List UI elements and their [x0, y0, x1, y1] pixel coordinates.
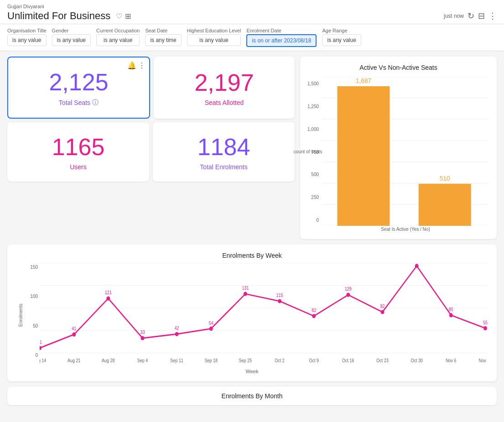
dot-13	[483, 326, 487, 330]
top-bar: Gujjari Divyarani Unlimited For Business…	[0, 0, 504, 24]
more-options-icon[interactable]: ⋮	[488, 11, 497, 21]
svg-text:Nov 13: Nov 13	[479, 358, 488, 364]
line-chart-card: Enrolments By Week Enrolments 0 50 100 1…	[7, 245, 497, 381]
filter-seat-date-chip[interactable]: is any time	[145, 34, 181, 46]
total-seats-value: 2,125	[49, 68, 108, 96]
dot-3	[140, 336, 144, 340]
filter-highest-education: Highest Education Level is any value	[187, 28, 241, 46]
y-axis-500: 500	[311, 172, 319, 177]
bookmark-icon[interactable]: ⊞	[125, 12, 131, 21]
svg-text:55: 55	[483, 320, 488, 325]
dot-2	[106, 297, 110, 301]
filter-seat-date: Seat Date is any time	[145, 28, 181, 46]
dot-0	[40, 346, 42, 350]
filter-gender-label: Gender	[52, 28, 91, 33]
y-tick-50: 50	[33, 323, 38, 328]
y-axis-250: 250	[311, 195, 319, 200]
bar-no-label: 510	[440, 175, 450, 182]
total-seats-card: 🔔 ⋮ 2,125 Total Seats ⓘ	[7, 57, 150, 119]
bar-chart-svg: 1,687 510 Yes No	[322, 77, 489, 226]
filter-enrolment-date-chip[interactable]: is on or after 2023/08/18	[246, 34, 317, 47]
filter-age-range-chip[interactable]: is any value	[322, 34, 361, 46]
filter-highest-education-chip[interactable]: is any value	[187, 34, 241, 46]
svg-text:42: 42	[175, 326, 179, 331]
info-icon[interactable]: ⓘ	[92, 99, 99, 107]
total-enrolments-card: 1184 Total Enrolments	[153, 122, 295, 182]
filter-highest-education-label: Highest Education Level	[187, 28, 241, 33]
svg-text:Sep 18: Sep 18	[204, 358, 218, 364]
filter-organisation-title-chip[interactable]: is any value	[7, 34, 47, 46]
bar-no[interactable]	[419, 184, 471, 226]
filter-age-range-label: Age Range	[322, 28, 361, 33]
seats-allotted-card: 2,197 Seats Allotted	[154, 57, 295, 119]
bar-yes[interactable]	[338, 86, 390, 226]
line-chart-svg: 11 41 121 33 42 54 131 115 82 129 92 193…	[40, 263, 488, 368]
users-value: 1165	[52, 133, 105, 161]
filter-organisation-title: Organisation Title is any value	[7, 28, 47, 46]
bottom-chart-title: Enrolments By Month	[15, 392, 489, 400]
svg-text:Aug 21: Aug 21	[68, 358, 81, 364]
metrics-top: 🔔 ⋮ 2,125 Total Seats ⓘ 2,197 Seats Allo…	[7, 57, 295, 119]
users-label: Users	[70, 163, 87, 171]
y-tick-150: 150	[30, 265, 38, 270]
y-axis-1250: 1,250	[307, 104, 319, 109]
total-seats-label: Total Seats ⓘ	[59, 99, 99, 107]
svg-text:82: 82	[312, 308, 316, 313]
svg-text:193: 193	[413, 263, 420, 264]
line-chart-x-label: Week	[16, 369, 488, 374]
card-more-icon[interactable]: ⋮	[138, 61, 145, 70]
svg-text:Oct 16: Oct 16	[342, 358, 354, 364]
metrics-bottom: 1165 Users 1184 Total Enrolments	[7, 122, 295, 182]
metrics-left: 🔔 ⋮ 2,125 Total Seats ⓘ 2,197 Seats Allo…	[7, 57, 295, 239]
dot-6	[244, 292, 247, 296]
y-axis-1000: 1,000	[307, 127, 319, 132]
svg-text:Oct 2: Oct 2	[275, 358, 285, 364]
bell-icon[interactable]: 🔔	[127, 61, 136, 70]
bar-chart-card: Active Vs Non-Active Seats 0 250 500 750…	[300, 57, 497, 239]
filter-organisation-title-label: Organisation Title	[7, 28, 47, 33]
svg-text:54: 54	[209, 320, 214, 326]
refresh-icon[interactable]: ↻	[468, 11, 474, 21]
filter-gender: Gender is any value	[52, 28, 91, 46]
filter-gender-chip[interactable]: is any value	[52, 34, 91, 46]
filter-enrolment-date-label: Enrolment Date	[246, 28, 317, 33]
svg-text:33: 33	[140, 330, 145, 335]
y-tick-0: 0	[35, 353, 38, 358]
svg-text:Sep 25: Sep 25	[239, 358, 252, 364]
y-tick-100: 100	[30, 294, 38, 299]
line-chart-y-label: Enrolments	[16, 263, 25, 368]
dot-9	[346, 293, 350, 297]
timestamp: just now	[444, 13, 464, 19]
filter-bar: Organisation Title is any value Gender i…	[0, 24, 504, 51]
svg-text:129: 129	[345, 286, 352, 292]
bar-chart-title: Active Vs Non-Active Seats	[307, 64, 489, 71]
filter-icon[interactable]: ⊟	[478, 11, 485, 21]
y-axis-0: 0	[316, 218, 319, 223]
filter-current-occupation: Current Occupation is any value	[96, 28, 140, 46]
line-chart-path	[40, 266, 485, 348]
svg-text:85: 85	[449, 307, 453, 312]
dot-1	[72, 333, 76, 337]
svg-text:Sep 11: Sep 11	[170, 358, 183, 364]
filter-current-occupation-chip[interactable]: is any value	[96, 34, 140, 46]
favorite-icon[interactable]: ♡	[116, 12, 122, 21]
svg-text:11: 11	[40, 340, 42, 345]
y-axis-1500: 1,500	[307, 81, 319, 86]
svg-text:121: 121	[105, 290, 112, 295]
bottom-chart-card: Enrolments By Month	[7, 387, 497, 405]
svg-text:Oct 30: Oct 30	[410, 358, 423, 364]
svg-text:Nov 6: Nov 6	[446, 358, 457, 364]
dot-11	[415, 264, 419, 268]
svg-text:Aug 28: Aug 28	[102, 358, 115, 364]
dot-10	[381, 310, 384, 314]
svg-text:92: 92	[380, 303, 385, 309]
dashboard-title: Unlimited For Business	[7, 10, 110, 22]
line-chart-title: Enrolments By Week	[16, 252, 488, 259]
filter-age-range: Age Range is any value	[322, 28, 361, 46]
dot-8	[312, 314, 316, 318]
bar-chart-y-label: count of seats	[294, 149, 322, 154]
total-enrolments-label: Total Enrolments	[200, 163, 247, 171]
total-enrolments-value: 1184	[197, 133, 250, 161]
svg-text:41: 41	[72, 326, 76, 332]
bar-chart-x-label: Seat Is Active (Yes / No)	[322, 227, 489, 232]
